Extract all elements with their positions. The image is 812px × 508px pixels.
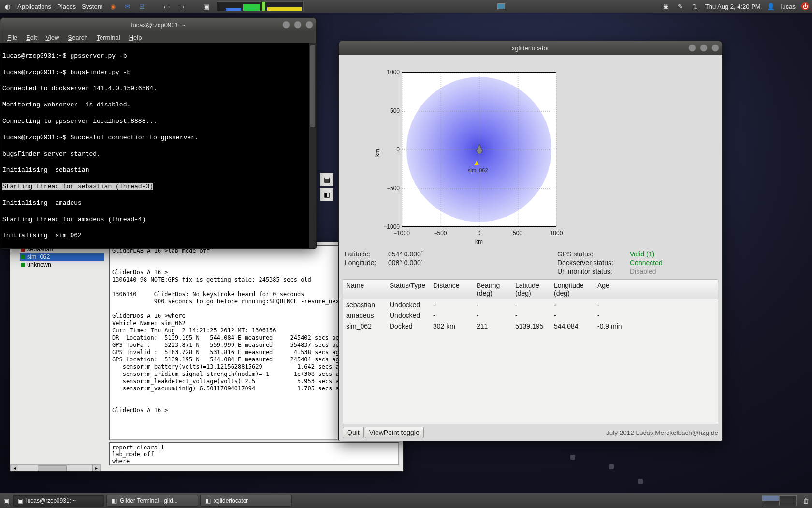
- menu-terminal[interactable]: Terminal: [93, 33, 124, 42]
- menu-places[interactable]: Places: [57, 3, 76, 10]
- viewpoint-toggle-button[interactable]: ViewPoint toggle: [365, 427, 424, 438]
- printer-icon[interactable]: 🖶: [662, 2, 670, 11]
- quit-button[interactable]: Quit: [343, 427, 364, 438]
- cell: -: [597, 312, 636, 319]
- tick-label: 500: [513, 230, 522, 237]
- scroll-thumb[interactable]: [310, 45, 315, 127]
- url-monitor-value: Disabled: [630, 268, 688, 275]
- scroll-thumb[interactable]: [38, 465, 67, 471]
- background-toolbar-peek: ▤ ◧: [320, 171, 339, 205]
- col-latitude[interactable]: Latitude (deg): [515, 282, 554, 297]
- menu-search[interactable]: Search: [64, 33, 91, 42]
- xloc-titlebar[interactable]: xgliderlocator: [339, 41, 722, 55]
- taskbar-label: lucas@rzcp0931: ~: [26, 497, 76, 504]
- taskbar-label: xgliderlocator: [214, 497, 248, 504]
- terminal-launcher-icon[interactable]: ▣: [202, 2, 211, 11]
- tick-label: 1000: [550, 230, 563, 237]
- menu-help[interactable]: Help: [125, 33, 146, 42]
- col-distance[interactable]: Distance: [433, 282, 477, 297]
- menu-system[interactable]: System: [82, 3, 102, 10]
- thunderbird-icon[interactable]: ✉: [123, 2, 131, 11]
- xloc-bottom-bar: Quit ViewPoint toggle July 2012 Lucas.Me…: [339, 424, 722, 441]
- workspace-1[interactable]: [762, 496, 779, 501]
- glider-table[interactable]: Name Status/Type Distance Bearing (deg) …: [343, 279, 718, 424]
- horizontal-scrollbar[interactable]: ◂ ▸: [10, 464, 101, 472]
- menu-view[interactable]: View: [42, 33, 63, 42]
- top-panel: ◐ Applications Places System ◉ ✉ ⊞ ▭ ▭ ▣…: [0, 0, 812, 13]
- user-menu[interactable]: lucas: [781, 3, 796, 10]
- col-status[interactable]: Status/Type: [390, 282, 433, 297]
- menu-applications[interactable]: Applications: [17, 3, 51, 10]
- close-button[interactable]: [305, 21, 313, 29]
- taskbar-label: Glider Terminal - glid...: [120, 497, 178, 504]
- gnome-foot-icon[interactable]: ◐: [3, 2, 12, 11]
- bottom-panel: ▣ ▣ lucas@rzcp0931: ~ ◧ Glider Terminal …: [0, 493, 812, 508]
- terminal-line: Initialising sim_062: [2, 232, 82, 239]
- window-list-icon[interactable]: ▭: [162, 2, 171, 11]
- network-icon[interactable]: ⇅: [691, 2, 699, 11]
- workspace-2[interactable]: [780, 496, 797, 501]
- terminal-line: lucas@rzcp0931:~$ bugsFinder.py -b: [2, 69, 130, 76]
- app-icon: ◧: [112, 497, 117, 504]
- cell: -: [515, 312, 554, 319]
- table-header: Name Status/Type Distance Bearing (deg) …: [343, 280, 718, 299]
- cell: sebastian: [346, 301, 390, 309]
- cell: -: [597, 301, 636, 309]
- col-longitude[interactable]: Longitude (deg): [554, 282, 597, 297]
- maximize-button[interactable]: [294, 21, 302, 29]
- terminal-line: lucas@rzcp0931:~$ gpsserver.py -b: [2, 52, 127, 60]
- terminal-titlebar[interactable]: lucas@rzcp0931: ~: [0, 18, 316, 31]
- col-name[interactable]: Name: [346, 282, 390, 297]
- workspace-4[interactable]: [780, 501, 797, 506]
- col-bearing[interactable]: Bearing (deg): [477, 282, 515, 297]
- terminal-line: Monitoring webserver is disabled.: [2, 101, 130, 108]
- table-row[interactable]: sebastian Undocked - - - - -: [343, 299, 718, 310]
- maximize-button[interactable]: [700, 44, 708, 52]
- menu-edit[interactable]: Edit: [22, 33, 41, 42]
- clock[interactable]: Thu Aug 2, 4:20 PM: [705, 3, 761, 10]
- terminal-icon: ▣: [18, 497, 23, 504]
- taskbar-item-xgliderlocator[interactable]: ◧ xgliderlocator: [200, 495, 292, 507]
- menu-file[interactable]: File: [3, 33, 21, 42]
- gps-status-value: Valid (1): [630, 250, 688, 258]
- cell: -0.9 min: [597, 322, 636, 330]
- scroll-left-icon[interactable]: ◂: [11, 465, 18, 472]
- system-monitor-graph[interactable]: [217, 1, 304, 11]
- table-row[interactable]: amadeus Undocked - - - - -: [343, 310, 718, 321]
- radar-plot[interactable]: 1000 500 0 −500 −1000 km: [339, 55, 722, 248]
- lon-value: 008° 0.000´: [388, 259, 446, 267]
- keyboard-layout-icon[interactable]: [497, 3, 505, 9]
- tool-icon[interactable]: ✎: [676, 2, 685, 11]
- minimize-button[interactable]: [282, 21, 290, 29]
- taskbar-item-terminal[interactable]: ▣ lucas@rzcp0931: ~: [13, 495, 104, 507]
- close-button[interactable]: [711, 44, 719, 52]
- terminal-scrollbar[interactable]: [309, 43, 316, 248]
- terminal-output[interactable]: lucas@rzcp0931:~$ gpsserver.py -b lucas@…: [0, 43, 316, 248]
- glider-tree[interactable]: sebastian sim_062 unknown: [20, 245, 104, 269]
- peek-button-2[interactable]: ◧: [320, 188, 334, 201]
- taskbar-item-glider-terminal[interactable]: ◧ Glider Terminal - glid...: [106, 495, 198, 507]
- tree-item-sim062[interactable]: sim_062: [20, 253, 104, 261]
- workspace-3[interactable]: [762, 501, 779, 506]
- url-monitor-label: Url monitor status:: [557, 268, 630, 275]
- window-list-icon-2[interactable]: ▭: [177, 2, 186, 11]
- dockserver-status-value: Connected: [630, 259, 688, 267]
- launcher-icon[interactable]: ⊞: [137, 2, 146, 11]
- scroll-right-icon[interactable]: ▸: [92, 465, 100, 472]
- cell: 5139.195: [515, 322, 554, 330]
- user-icon: 👤: [767, 2, 775, 11]
- workspace-switcher[interactable]: [762, 495, 797, 506]
- show-desktop-icon[interactable]: ▣: [2, 496, 11, 505]
- trash-icon[interactable]: 🗑: [801, 496, 810, 505]
- shutdown-icon[interactable]: ⏻: [801, 2, 809, 10]
- dockserver-status-label: Dockserver status:: [557, 259, 630, 267]
- table-row[interactable]: sim_062 Docked 302 km 211 5139.195 544.0…: [343, 321, 718, 331]
- col-age[interactable]: Age: [597, 282, 636, 297]
- minimize-button[interactable]: [688, 44, 696, 52]
- peek-button-1[interactable]: ▤: [320, 173, 334, 186]
- xloc-title: xgliderlocator: [512, 45, 549, 52]
- glider-command-input[interactable]: report clearall lab_mode off where: [109, 442, 399, 465]
- app-icon: ◧: [205, 497, 211, 504]
- tree-item-unknown[interactable]: unknown: [20, 261, 104, 269]
- firefox-icon[interactable]: ◉: [108, 2, 117, 11]
